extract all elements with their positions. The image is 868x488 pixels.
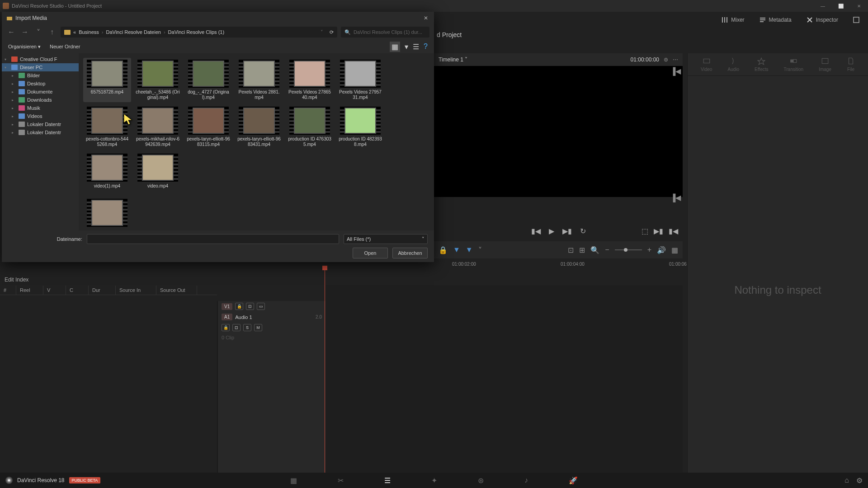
timeline-ruler[interactable]: 01:00:02:00 01:00:04:00 01:00:06 — [434, 258, 683, 269]
tree-item[interactable]: ▸Lokaler Datentr — [2, 120, 79, 128]
lock-audio-icon[interactable]: 🔒 — [222, 324, 230, 331]
refresh-icon[interactable]: ⟳ — [330, 29, 334, 35]
settings-icon[interactable]: ⚙ — [856, 476, 863, 485]
prev-button[interactable]: ▮◀ — [531, 227, 541, 235]
lock-icon[interactable]: 🔒 — [235, 303, 243, 310]
zoom-in-icon[interactable]: + — [647, 246, 651, 254]
tree-item[interactable]: ▸Desktop — [2, 80, 79, 88]
edit-page-icon[interactable]: ☰ — [384, 476, 391, 485]
play-button[interactable]: ▶ — [549, 227, 554, 235]
new-folder-button[interactable]: Neuer Ordner — [50, 44, 80, 50]
expand-button[interactable] — [849, 14, 863, 25]
timecode-menu-icon[interactable]: ⊚ — [664, 56, 668, 63]
mixer-button[interactable]: Mixer — [717, 14, 748, 25]
file-item[interactable]: production ID 4823938.mp4 — [336, 105, 384, 149]
up-button[interactable]: ↑ — [47, 27, 57, 37]
organize-button[interactable]: Organisieren ▾ — [8, 44, 41, 50]
view-list-icon[interactable]: ☰ — [413, 42, 419, 51]
file-item[interactable]: dog_-_4727 (Original).mp4 — [184, 58, 232, 102]
forward-button[interactable]: → — [20, 27, 30, 37]
timeline-name[interactable]: Timeline 1 ˅ — [439, 56, 467, 63]
media-page-icon[interactable]: ▦ — [290, 476, 297, 485]
next-button[interactable]: ▶▮ — [562, 227, 572, 235]
deliver-page-icon[interactable]: 🚀 — [569, 476, 578, 485]
tab-transition[interactable]: Transition — [784, 57, 804, 72]
prev-clip-icon[interactable]: ▐◀ — [670, 67, 681, 75]
link-icon[interactable]: ⊡ — [246, 303, 254, 310]
viewer[interactable] — [434, 66, 683, 197]
tab-file[interactable]: File — [847, 57, 855, 72]
snap-icon[interactable]: 🔒 — [439, 246, 448, 254]
open-button[interactable]: Open — [353, 248, 388, 258]
crumb-business[interactable]: Business — [79, 29, 99, 35]
cut-page-icon[interactable]: ✂ — [338, 476, 344, 485]
tab-image[interactable]: Image — [819, 57, 831, 72]
file-item[interactable]: Pexels Videos 2786540.mp4 — [286, 58, 334, 102]
track-a1-tag[interactable]: A1 — [222, 314, 232, 320]
filter-select[interactable]: All Files (*) ˅ — [344, 234, 428, 244]
view-large-icon[interactable]: ▦ — [390, 42, 400, 52]
solo-button[interactable]: S — [243, 324, 251, 331]
close-button[interactable]: ✕ — [850, 0, 868, 12]
loop-button[interactable]: ↻ — [580, 227, 586, 235]
tree-item[interactable]: ▸Bilder — [2, 71, 79, 80]
tree-item[interactable]: ▸Lokaler Datentr — [2, 128, 79, 136]
crumb-folder3[interactable]: DaVinci Resolve Clips (1) — [168, 29, 225, 35]
metadata-button[interactable]: Metadata — [755, 14, 795, 25]
flag-dropdown-icon[interactable]: ˅ — [478, 246, 482, 254]
cancel-button[interactable]: Abbrechen — [392, 248, 428, 258]
file-item[interactable]: pexels-mikhail-nilov-6942639.mp4 — [134, 105, 182, 149]
mute-button[interactable]: M — [254, 324, 262, 331]
tree-item[interactable]: ▾Dieser PC — [2, 63, 79, 71]
tab-effects[interactable]: Effects — [755, 57, 768, 72]
zoom-detail-icon[interactable]: ⊞ — [579, 246, 585, 254]
view-dropdown-icon[interactable]: ▾ — [405, 42, 408, 51]
tree-item[interactable]: ▾Creative Cloud F — [2, 55, 79, 63]
color-page-icon[interactable]: ⊛ — [478, 476, 484, 485]
tree-item[interactable]: ▸Downloads — [2, 96, 79, 104]
home-icon[interactable]: ⌂ — [844, 476, 849, 485]
file-item[interactable]: Pexels Videos 2881.mp4 — [235, 58, 283, 102]
file-item[interactable]: video.mp4 — [134, 152, 182, 191]
tree-item[interactable]: ▸Dokumente — [2, 88, 79, 96]
tree-item[interactable]: ▸Musik — [2, 104, 79, 112]
fairlight-page-icon[interactable]: ♪ — [524, 476, 528, 485]
search-input[interactable]: 🔍 DaVinci Resolve Clips (1) dur... — [341, 27, 429, 38]
volume-icon[interactable]: 🔊 — [657, 246, 666, 254]
flag-blue-icon[interactable]: ▼ — [466, 246, 473, 254]
match-frame-icon[interactable]: ⬚ — [642, 227, 648, 235]
file-item[interactable]: video(1).mp4 — [83, 152, 131, 191]
zoom-custom-icon[interactable]: 🔍 — [590, 246, 599, 254]
options-icon[interactable]: ⋯ — [673, 56, 678, 63]
file-item[interactable]: pexels-taryn-elliott-9683115.mp4 — [184, 105, 232, 149]
marker-blue-icon[interactable]: ▼ — [453, 246, 460, 254]
next-clip-icon[interactable]: ▐◀ — [670, 193, 681, 202]
history-button[interactable]: ˅ — [33, 27, 43, 37]
zoom-slider[interactable] — [615, 249, 642, 250]
file-item[interactable]: pexels-cottonbro-5445268.mp4 — [83, 105, 131, 149]
goto-end-icon[interactable]: ▶▮ — [654, 227, 663, 235]
audio-track-header[interactable]: A1 Audio 1 2.0 — [218, 312, 326, 322]
help-icon[interactable]: ? — [424, 42, 428, 51]
auto-select-icon[interactable]: ⊡ — [232, 324, 241, 331]
tab-audio[interactable]: Audio — [727, 57, 739, 72]
goto-start-icon[interactable]: ▮◀ — [669, 227, 678, 235]
file-item[interactable]: 657518728.mp4 — [83, 58, 131, 102]
file-item[interactable]: Pexels Videos 2795731.mp4 — [336, 58, 384, 102]
disable-icon[interactable]: ▭ — [257, 303, 265, 310]
inspector-button[interactable]: Inspector — [802, 14, 842, 25]
file-item[interactable]: cheetah_-_53486 (Original).mp4 — [134, 58, 182, 102]
crumb-folder2[interactable]: DaVinci Resolve Dateien — [106, 29, 160, 35]
file-item[interactable]: pexels-taryn-elliott-9683431.mp4 — [235, 105, 283, 149]
track-v1-tag[interactable]: V1 — [222, 303, 232, 310]
timeline-body[interactable] — [326, 285, 683, 473]
minimize-button[interactable]: — — [814, 0, 832, 12]
crumb-dropdown-icon[interactable]: ˅ — [321, 29, 323, 35]
playhead[interactable] — [325, 269, 325, 482]
tree-item[interactable]: ▸Videos — [2, 112, 79, 120]
view-options-icon[interactable]: ▦ — [671, 246, 678, 254]
zoom-out-icon[interactable]: − — [605, 246, 609, 254]
dialog-close-button[interactable]: ✕ — [421, 14, 430, 23]
filename-input[interactable] — [87, 234, 339, 244]
back-button[interactable]: ← — [6, 27, 16, 37]
